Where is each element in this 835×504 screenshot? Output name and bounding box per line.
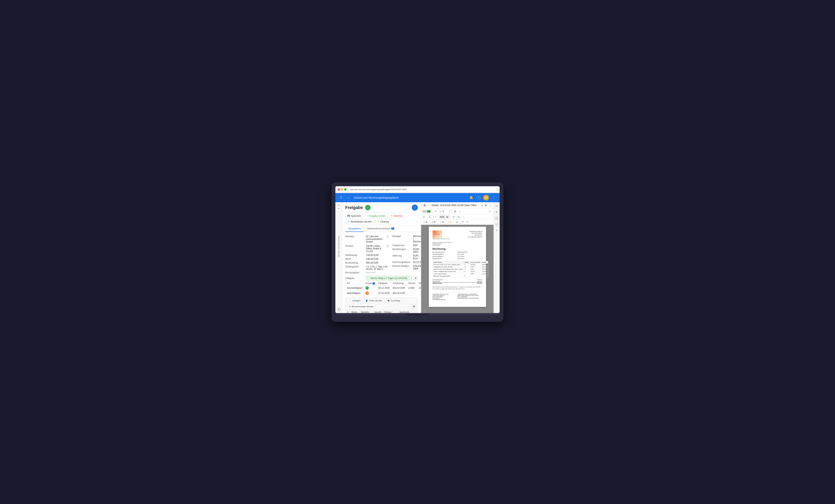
position-table-section: 📄 Vorlagen 👤 Prüfer abrufen ➕ Zuschläge … [345,297,418,313]
color-swatch-green[interactable] [427,210,431,213]
single-page-icon[interactable]: ▭ [423,216,425,218]
field-grid: Mandant 02 | docures communications GmbH… [345,234,418,275]
field-kreditor: Kreditor 10238 | Utaku Office GmbH & Co … [345,244,389,253]
maximize-dot[interactable] [344,188,346,190]
pdf-more-icon[interactable]: ⋮ [489,204,491,207]
sidebar-collapse-up[interactable]: ▲ [338,204,340,206]
footer-company-info: Utaku Office GmbH & Co KG Centa-Eckert-W… [433,294,457,300]
top-bar: ⠿ ← Zurück zum Rechnungseingangsbuch 🔔 ?… [335,193,500,202]
strike-icon[interactable]: ⊘ [455,220,459,224]
order-data-button[interactable]: 🛒 Bestelldaten abrufen [345,219,374,224]
grid-view-icon[interactable]: ⊞ [453,210,457,213]
mandant-nav[interactable]: › [387,235,389,238]
pen-icon[interactable]: ✏▼ [431,220,437,224]
table-maximize-button[interactable]: ⊞ [412,304,416,309]
bezeichnungen-button[interactable]: 🏷 Bezeichnungen abrufen [347,304,375,309]
fälligkeit-badge: Skonto fällig in 7 Tagen (21,39 EUR) [366,276,412,281]
pdf-download-icon[interactable]: 📄▼ [439,210,445,213]
pdf-sidebar-toggle[interactable]: ☰ [423,204,426,207]
search-pdf-icon[interactable]: 🔍 [456,215,461,219]
field-wahrung: Währung EUR | Euro [392,254,421,260]
zuschläge-icon: ➕ [387,300,390,302]
col-skontobetrag: Skontobetrag [417,281,421,285]
sidebar-toggle-icon[interactable]: ≡ [337,308,341,311]
invoice-footer: Utaku Office GmbH & Co KG Centa-Eckert-W… [433,292,482,300]
pdf-close-icon[interactable]: ✕ [485,204,487,207]
url-bar[interactable]: app.docures.de/rechnungseingang/freigabe… [348,187,497,192]
invoice-totals: Zwischensumme 718,82 € MwSt (19 %) 136,5… [433,279,482,284]
prufer-button[interactable]: 👤 Prüfer abrufen [364,299,384,303]
pdf-annotation-icon[interactable]: ✂ [494,204,499,208]
col-ampel: Ampel i [364,281,376,285]
left-fields: Mandant 02 | docures communications GmbH… [345,234,389,275]
notification-icon[interactable]: 🔔 [469,195,474,200]
save-icon: 💾 [347,215,350,217]
pdf-panel: ☰ ← Details: 523LK52E-0009 10238 Utaku O… [421,202,493,313]
save-button[interactable]: 💾 Speichern [345,214,363,219]
select-icon[interactable]: ▭▼ [423,220,429,224]
page-total: 1 [435,216,436,218]
more-toolbar-icon[interactable]: ⋮ [458,210,462,213]
tab-belegdaten[interactable]: Belegdaten [345,225,364,232]
invoice-meta-grid: Rechnungsnummer: Ausstellungsdatum: Rech… [433,251,482,260]
pdf-stamp-icon[interactable]: ⬜ [494,222,499,227]
pdf-sign-icon[interactable]: ✒ [494,210,499,215]
field-rechnungsdatum: Rechnungsdatum 02.12.2024 [392,260,421,264]
col-art: Art [345,281,364,285]
recipient-address: docures communications GmbH Kieler Kamp … [433,242,482,246]
checkmark-icon[interactable]: ✓▼ [439,220,445,224]
help-icon[interactable]: ? [476,195,481,200]
divider-1 [432,210,432,213]
cart-icon: 🛒 [347,220,350,223]
kreditor-nav[interactable]: › [387,244,389,248]
user-avatar[interactable]: CH [483,195,489,201]
close-dot[interactable] [338,188,340,190]
invoice-meta-left: Rechnungsnummer: Ausstellungsdatum: Rech… [433,251,457,260]
pdf-share-icon[interactable]: ↗ [494,228,499,233]
pdf-open-new-icon[interactable]: ⤢ [481,204,483,207]
zoom-select[interactable]: 62% 75% 100% 125% [439,215,449,219]
vorlagen-button[interactable]: 📄 Vorlagen [347,299,362,303]
zuschläge-button[interactable]: ➕ Zuschläge [386,299,402,303]
col-gepruft: Geprüft [373,310,383,313]
fälligkeit-dropdown[interactable]: ▼ [413,276,418,281]
highlight-icon[interactable]: A▼ [447,220,453,224]
nav-divider-3: | [450,216,451,218]
clearing-button[interactable]: ⚡ Clearing [375,219,391,224]
page-number-input[interactable] [428,215,432,219]
attachment-button[interactable]: 📎 [412,204,418,211]
fit-page-icon[interactable]: ⊡ [452,215,455,219]
form-body: Mandant 02 | docures communications GmbH… [342,232,421,313]
pdf-content: UTAKU Utaku Office GmbH & Co KG Centa-Ec… [421,225,493,313]
pdf-nav-toolbar: ▭ | / 1 | 62% 75% 100% 125% [421,215,493,220]
edit-icon[interactable]: ✏ [434,210,437,213]
more-icon[interactable]: ⋮ [491,195,496,200]
sidebar-collapse-down[interactable]: ▼ [338,207,340,209]
ampel-info-icon[interactable]: i [372,282,375,285]
pdf-back-icon[interactable]: ← [427,204,430,207]
reject-button[interactable]: ✕ Ablehnen [389,214,405,219]
approve-button[interactable]: ✓ Freigabe erteilen [364,214,388,219]
col-hash: # [346,310,350,313]
pdf-page: UTAKU Utaku Office GmbH & Co KG Centa-Ec… [429,227,486,307]
redo-icon[interactable]: ↷ [465,220,469,224]
pdf-form-icon[interactable]: 📋 [494,216,499,221]
fullscreen-icon[interactable]: ⛶ [448,210,452,213]
minimize-dot[interactable] [341,188,343,190]
crop-icon[interactable]: ✂ [489,210,492,213]
field-mandant: Mandant 02 | docures communications GmbH… [345,234,389,244]
pdf-annotation-toolbar: ▭▼ ✏▼ ✓▼ A▼ ⊘ ↶ ↷ [421,220,493,225]
tab-historie[interactable]: Historie/Kommentare 4 [364,225,398,232]
apps-icon[interactable]: ⠿ [339,195,344,200]
invoice-items-table: Beschreibung Menge Preis pro Einheit Bet… [433,261,488,277]
pdf-header-icons: ⤢ ✕ ⋮ [481,204,491,207]
color-swatch-grey[interactable] [423,210,426,213]
browser-chrome: app.docures.de/rechnungseingang/freigabe… [335,186,500,193]
back-icon[interactable]: ← [346,195,351,200]
pdf-more2-icon[interactable]: ⋮ [462,215,466,219]
invoice-item-row: Locher utaku Recycler 3,99 € 11,97 € [433,273,488,275]
undo-icon[interactable]: ↶ [461,220,465,224]
divider-3 [430,220,430,224]
payment-instructions: Bitte überweisen Sie den Betrag innerhal… [433,286,482,290]
invoice-item-row: Toner-Set ut 304 C,M,Y cyan, magenta, ge… [433,264,488,266]
